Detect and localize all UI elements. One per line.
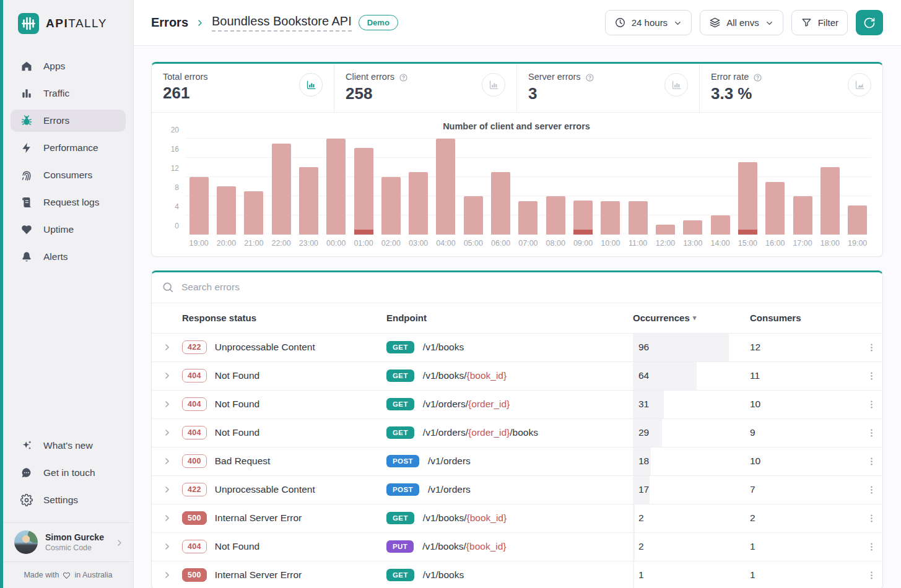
expand-row-button[interactable] (152, 513, 182, 523)
kebab-icon (866, 399, 877, 410)
column-header-occurrences[interactable]: Occurrences▾ (633, 313, 750, 323)
error-row[interactable]: 404 Not Found GET /v1/books/{book_id} 64… (152, 361, 882, 390)
endpoint-path: /v1/orders (428, 484, 471, 495)
column-header-response-status[interactable]: Response status (182, 313, 386, 323)
sidebar-item-what-s-new[interactable]: What's new (11, 435, 126, 457)
sidebar-item-get-in-touch[interactable]: Get in touch (11, 462, 126, 484)
consumers-value: 1 (750, 569, 861, 581)
search-icon (162, 281, 174, 293)
row-menu-button[interactable] (861, 485, 882, 495)
sidebar-item-consumers[interactable]: Consumers (11, 164, 126, 186)
breadcrumb-section: Errors (151, 15, 188, 30)
column-header-consumers[interactable]: Consumers (750, 313, 861, 323)
user-profile[interactable]: Simon Gurcke Cosmic Code (3, 522, 133, 561)
expand-row-button[interactable] (152, 542, 182, 551)
expand-row-button[interactable] (152, 399, 182, 409)
stat-card-server-errors[interactable]: Server errors 3 (517, 64, 700, 112)
sidebar-item-alerts[interactable]: Alerts (11, 246, 126, 268)
error-row[interactable]: 422 Unprocessable Content POST /v1/order… (152, 475, 882, 504)
refresh-button[interactable] (856, 10, 883, 35)
stat-label: Total errors (163, 72, 208, 82)
expand-row-button[interactable] (152, 371, 182, 381)
row-menu-button[interactable] (861, 456, 882, 467)
chart-x-tick-label: 07:00 (515, 239, 542, 248)
chart-x-tick-label: 06:00 (487, 239, 514, 248)
error-row[interactable]: 422 Unprocessable Content GET /v1/books … (152, 333, 882, 361)
consumers-value: 11 (750, 370, 861, 381)
row-menu-button[interactable] (861, 371, 882, 381)
row-menu-button[interactable] (861, 399, 882, 410)
sidebar-item-settings[interactable]: Settings (11, 489, 126, 511)
expand-row-button[interactable] (152, 570, 182, 580)
chart-x-tick-label: 19:00 (185, 239, 212, 248)
stat-label: Server errors (528, 72, 581, 82)
status-code-badge: 422 (182, 340, 207, 354)
breadcrumb-app-selector[interactable]: Boundless Bookstore API (212, 14, 352, 32)
column-header-endpoint[interactable]: Endpoint (386, 313, 633, 323)
expand-row-button[interactable] (152, 428, 182, 438)
stat-card-client-errors[interactable]: Client errors 258 (334, 64, 517, 112)
sidebar-item-label: Uptime (43, 224, 74, 235)
stat-card-total-errors[interactable]: Total errors 261 (152, 64, 334, 112)
app-logo[interactable]: APITALLY (3, 0, 133, 34)
stat-chart-toggle[interactable] (299, 73, 323, 97)
env-dropdown[interactable]: All envs (700, 10, 783, 35)
filter-button[interactable]: Filter (791, 10, 848, 35)
error-row[interactable]: 500 Internal Server Error GET /v1/books … (152, 561, 882, 588)
chevron-right-icon (162, 456, 172, 466)
filter-icon (801, 17, 812, 28)
chevron-down-icon (673, 17, 682, 28)
chevron-right-icon (162, 570, 172, 580)
error-row[interactable]: 404 Not Found GET /v1/orders/{order_id} … (152, 390, 882, 418)
status-text: Bad Request (215, 456, 271, 467)
breadcrumb: Errors Boundless Bookstore API Demo (151, 14, 398, 32)
row-menu-button[interactable] (861, 513, 882, 524)
error-row[interactable]: 400 Bad Request POST /v1/orders 18 10 (152, 447, 882, 475)
sparkles-icon (20, 439, 33, 452)
sidebar-item-uptime[interactable]: Uptime (11, 218, 126, 241)
expand-row-button[interactable] (152, 485, 182, 495)
expand-row-button[interactable] (152, 456, 182, 466)
kebab-icon (866, 371, 877, 381)
row-menu-button[interactable] (861, 342, 882, 353)
error-bar-13:00 (683, 220, 702, 235)
stat-chart-toggle[interactable] (482, 73, 505, 97)
sidebar-item-request-logs[interactable]: Request logs (11, 191, 126, 214)
expand-row-button[interactable] (152, 342, 182, 352)
error-row[interactable]: 404 Not Found GET /v1/orders/{order_id}/… (152, 418, 882, 447)
error-row[interactable]: 500 Internal Server Error GET /v1/books/… (152, 504, 882, 532)
errors-table-card: Response status Endpoint Occurrences▾ Co… (151, 270, 883, 588)
help-icon-wrap[interactable] (585, 72, 594, 82)
help-icon-wrap[interactable] (753, 72, 762, 82)
time-range-dropdown[interactable]: 24 hours (605, 10, 692, 35)
occurrences-value: 2 (633, 512, 644, 524)
sidebar-item-label: Performance (43, 142, 98, 153)
occurrences-value: 31 (633, 399, 649, 410)
error-bar-17:00 (793, 196, 812, 235)
search-input[interactable] (181, 282, 873, 293)
sidebar-item-traffic[interactable]: Traffic (11, 82, 126, 105)
layers-icon (709, 17, 721, 29)
row-menu-button[interactable] (861, 542, 882, 552)
heart-pulse-icon (20, 223, 33, 236)
stat-chart-toggle[interactable] (664, 73, 688, 97)
help-icon-wrap[interactable] (399, 72, 408, 82)
time-range-label: 24 hours (632, 17, 668, 28)
sidebar-item-performance[interactable]: Performance (11, 137, 126, 159)
heart-icon (62, 571, 71, 580)
table-header: Response status Endpoint Occurrences▾ Co… (152, 303, 882, 333)
sidebar-item-apps[interactable]: Apps (11, 55, 126, 77)
sidebar-item-errors[interactable]: Errors (11, 110, 126, 132)
row-menu-button[interactable] (861, 428, 882, 438)
stat-card-error-rate[interactable]: Error rate 3.3 % (700, 64, 882, 112)
chart-bar-slot (569, 139, 596, 235)
help-circle-icon (753, 73, 762, 82)
row-menu-button[interactable] (861, 570, 882, 581)
error-bar-05:00 (464, 196, 483, 235)
stat-text: Server errors 3 (528, 72, 594, 103)
fingerprint-icon (20, 169, 33, 181)
error-bar-14:00 (711, 215, 730, 235)
stat-value: 261 (163, 84, 208, 103)
stat-chart-toggle[interactable] (848, 73, 871, 97)
error-row[interactable]: 404 Not Found PUT /v1/books/{book_id} 2 … (152, 532, 882, 561)
